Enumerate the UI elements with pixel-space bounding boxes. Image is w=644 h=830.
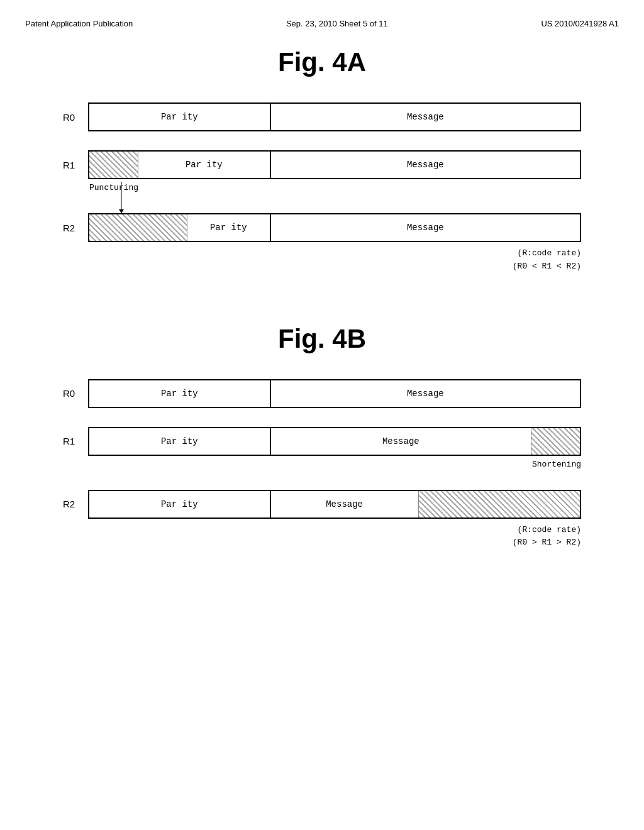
fig-4b-r2-parity: Par ity <box>89 491 271 517</box>
fig-4a-block-r0: Par ity Message <box>88 102 581 131</box>
fig-4b-block-r0: Par ity Message <box>88 379 581 408</box>
fig-4a-code-rate-line2: (R0 < R1 < R2) <box>63 260 581 274</box>
fig-4b-diagram: R0 Par ity Message R1 Par ity Message <box>25 379 619 550</box>
fig-4b-row-r1: R1 Par ity Message <box>63 427 581 456</box>
fig-4b-section: Fig. 4B R0 Par ity Message R1 Par ity Me… <box>25 324 619 550</box>
fig-4a-parity-r0: Par ity <box>89 104 271 130</box>
fig-4b-block-r2: Par ity Message <box>88 490 581 519</box>
fig-4b-block-r1: Par ity Message <box>88 427 581 456</box>
fig-4b-r1-parity: Par ity <box>89 428 271 455</box>
fig-4a-block-r1: Par ity Message <box>88 150 581 179</box>
fig-4b-parity-r0: Par ity <box>89 380 271 407</box>
fig-4a-connector-svg <box>88 182 581 213</box>
fig-4b-title: Fig. 4B <box>25 324 619 354</box>
fig-4a-section: Fig. 4A R0 Par ity Message R1 Par ity <box>25 47 619 274</box>
header-right: US 2010/0241928 A1 <box>541 19 619 28</box>
fig-4a-title: Fig. 4A <box>25 47 619 77</box>
fig-4b-r1-hatch <box>531 428 580 455</box>
fig-4b-code-rate-line2: (R0 > R1 > R2) <box>63 536 581 550</box>
fig-4a-label-r1: R1 <box>63 160 88 170</box>
fig-4b-r2-message-text: Message <box>271 491 418 517</box>
fig-4a-r1-message: Message <box>271 152 580 178</box>
fig-4b-connector-svg <box>88 458 581 490</box>
fig-4a-r1-parity-text: Par ity <box>138 152 271 178</box>
fig-4b-shortening-area: Shortening <box>88 458 581 490</box>
fig-4a-message-r0: Message <box>271 104 580 130</box>
fig-4a-code-rate-line1: (R:code rate) <box>63 247 581 260</box>
fig-4b-row-r2: R2 Par ity Message <box>63 490 581 519</box>
header-middle: Sep. 23, 2010 Sheet 5 of 11 <box>286 19 388 28</box>
fig-4b-code-rate: (R:code rate) (R0 > R1 > R2) <box>63 524 581 550</box>
fig-4a-puncturing-area: Puncturing <box>88 182 581 213</box>
fig-4a-code-rate: (R:code rate) (R0 < R1 < R2) <box>63 247 581 274</box>
fig-4a-label-r2: R2 <box>63 223 88 233</box>
fig-4b-message-r0: Message <box>271 380 580 407</box>
fig-4b-label-r0: R0 <box>63 388 88 399</box>
fig-4b-label-r2: R2 <box>63 499 88 509</box>
page-header: Patent Application Publication Sep. 23, … <box>25 19 619 28</box>
fig-4a-row-r1: R1 Par ity Message <box>63 150 581 179</box>
fig-4a-r2-parity-text: Par ity <box>187 214 271 241</box>
fig-4a-row-r2: R2 Par ity Message <box>63 213 581 242</box>
fig-4a-label-r0: R0 <box>63 112 88 123</box>
fig-4b-label-r1: R1 <box>63 436 88 446</box>
fig-4b-row-r0: R0 Par ity Message <box>63 379 581 408</box>
fig-4a-r2-hatch <box>89 214 187 241</box>
fig-4b-r1-message-text: Message <box>271 428 531 455</box>
fig-4b-r2-hatch <box>418 491 580 517</box>
page: Patent Application Publication Sep. 23, … <box>0 0 644 830</box>
header-left: Patent Application Publication <box>25 19 133 28</box>
fig-4a-row-r0: R0 Par ity Message <box>63 102 581 131</box>
fig-4a-r1-hatch <box>89 152 138 178</box>
fig-4b-code-rate-line1: (R:code rate) <box>63 524 581 537</box>
fig-4a-block-r2: Par ity Message <box>88 213 581 242</box>
fig-4a-r2-message: Message <box>271 214 580 241</box>
fig-4a-diagram: R0 Par ity Message R1 Par ity Message <box>25 102 619 274</box>
